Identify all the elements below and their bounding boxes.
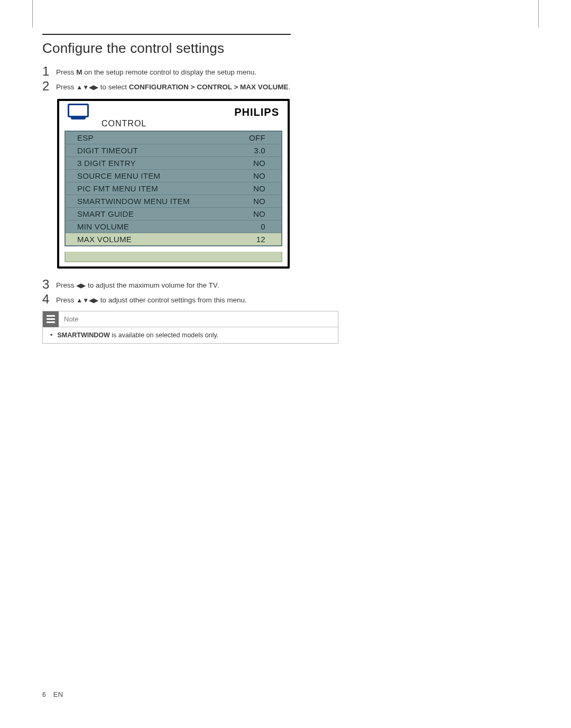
note-header: Note [43, 311, 338, 327]
leftright-icon: ◀▶ [76, 282, 86, 289]
page-number: 6 [42, 691, 46, 698]
note-box: Note • SMARTWINDOW is available on selec… [42, 311, 338, 344]
osd-label: SMARTWINDOW MENU ITEM [77, 197, 190, 206]
step-text: Press ◀▶ to adjust the maximum volume fo… [56, 278, 219, 291]
step-number: 1 [42, 65, 56, 78]
tv-icon [65, 104, 96, 121]
text: Press [56, 281, 76, 289]
language-code: EN [53, 690, 63, 698]
key-m: M [76, 68, 82, 76]
note-label: Note [64, 315, 78, 323]
osd-label: 3 DIGIT ENTRY [77, 159, 136, 168]
osd-row-max-volume: MAX VOLUME 12 [66, 233, 281, 245]
note-icon [43, 311, 59, 327]
osd-label: PIC FMT MENU ITEM [77, 184, 158, 193]
note-body: • SMARTWINDOW is available on selected m… [43, 327, 338, 343]
text: to adjust the maximum volume for the TV. [86, 281, 219, 289]
text: . [289, 83, 291, 91]
osd-row-smartwindow-menu-item: SMARTWINDOW MENU ITEM NO [66, 195, 281, 208]
osd-row-source-menu-item: SOURCE MENU ITEM NO [66, 170, 281, 182]
osd-footer-bar [65, 252, 282, 262]
step-3: 3 Press ◀▶ to adjust the maximum volume … [42, 278, 338, 291]
osd-label: SOURCE MENU ITEM [77, 171, 160, 180]
step-4: 4 Press ▲▼◀▶ to adjust other control set… [42, 293, 338, 306]
page-footer: 6 EN [42, 690, 63, 698]
step-number: 3 [42, 278, 56, 291]
step-text: Press ▲▼◀▶ to select CONFIGURATION > CON… [56, 80, 290, 93]
text: Press [56, 83, 76, 91]
step-number: 2 [42, 80, 56, 93]
osd-value: 12 [239, 235, 265, 244]
osd-panel: PHILIPS CONTROL ESP OFF DIGIT TIMEOUT 3.… [57, 99, 290, 269]
osd-value: NO [239, 197, 265, 206]
osd-label: MAX VOLUME [77, 235, 132, 244]
step-1: 1 Press M on the setup remote control to… [42, 65, 338, 78]
step-2: 2 Press ▲▼◀▶ to select CONFIGURATION > C… [42, 80, 338, 93]
osd-value: 3.0 [239, 146, 265, 155]
step-text: Press ▲▼◀▶ to adjust other control setti… [56, 293, 247, 306]
brand-logo: PHILIPS [96, 106, 282, 118]
note-text: is available on selected models only. [110, 331, 218, 339]
content-column: Configure the control settings 1 Press M… [42, 34, 338, 344]
bullet-icon: • [50, 331, 56, 339]
text: Press [56, 296, 76, 304]
osd-menu-list: ESP OFF DIGIT TIMEOUT 3.0 3 DIGIT ENTRY … [65, 131, 282, 246]
osd-value: NO [239, 184, 265, 193]
section-title: Configure the control settings [42, 40, 338, 57]
osd-row-esp: ESP OFF [66, 132, 281, 144]
osd-row-3-digit-entry: 3 DIGIT ENTRY NO [66, 157, 281, 170]
dpad-icon: ▲▼◀▶ [76, 84, 98, 91]
osd-row-min-volume: MIN VOLUME 0 [66, 220, 281, 233]
osd-value: NO [239, 209, 265, 218]
text: on the setup remote control to display t… [82, 68, 256, 76]
crop-mark-right [538, 0, 552, 27]
step-text: Press M on the setup remote control to d… [56, 65, 256, 78]
text: to adjust other control settings from th… [98, 296, 247, 304]
osd-label: MIN VOLUME [77, 222, 129, 231]
text: to select [98, 83, 129, 91]
osd-value: 0 [239, 222, 265, 231]
dpad-icon: ▲▼◀▶ [76, 297, 98, 304]
note-strong: SMARTWINDOW [57, 331, 109, 339]
crop-mark-left [19, 0, 33, 27]
osd-value: NO [239, 171, 265, 180]
osd-label: SMART GUIDE [77, 209, 134, 218]
osd-row-digit-timeout: DIGIT TIMEOUT 3.0 [66, 144, 281, 157]
osd-label: DIGIT TIMEOUT [77, 146, 138, 155]
osd-value: OFF [239, 133, 265, 142]
osd-label: ESP [77, 133, 94, 142]
text: Press [56, 68, 76, 76]
menu-path: CONFIGURATION > CONTROL > MAX VOLUME [129, 83, 289, 91]
osd-row-smart-guide: SMART GUIDE NO [66, 208, 281, 220]
page: Configure the control settings 1 Press M… [0, 0, 571, 728]
osd-title: CONTROL [102, 119, 288, 128]
section-rule [42, 34, 291, 35]
osd-value: NO [239, 159, 265, 168]
step-number: 4 [42, 293, 56, 306]
osd-row-pic-fmt-menu-item: PIC FMT MENU ITEM NO [66, 182, 281, 195]
